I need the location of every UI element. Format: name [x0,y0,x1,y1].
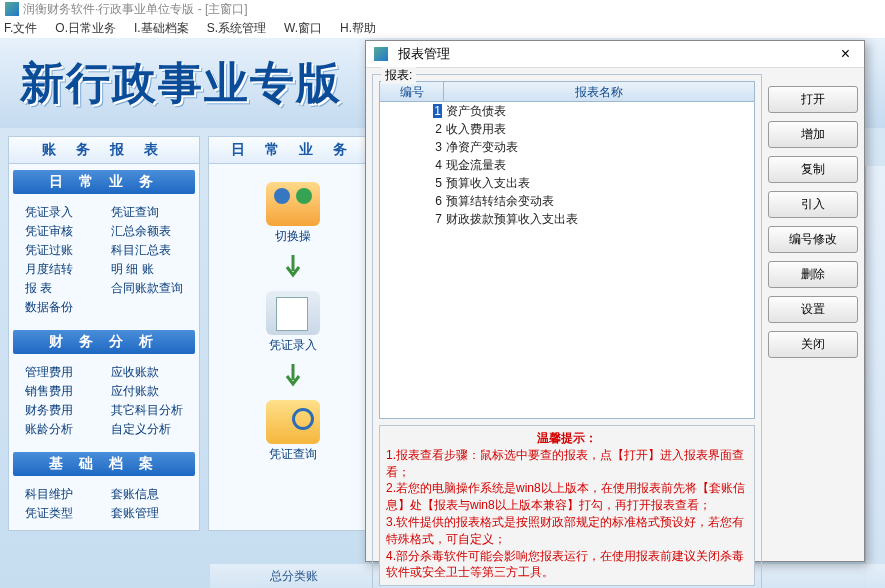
link-contract-query[interactable]: 合同账款查询 [111,280,189,297]
link-mgmt-fee[interactable]: 管理费用 [25,364,103,381]
link-empty1 [111,299,189,316]
users-icon [266,182,320,226]
menu-system[interactable]: S.系统管理 [207,20,266,36]
dialog-titlebar[interactable]: 报表管理 × [366,41,864,68]
cell-number: 7 [380,210,444,228]
dialog-title: 报表管理 [398,45,450,63]
cell-name: 收入费用表 [444,120,754,138]
menu-help[interactable]: H.帮助 [340,20,376,36]
col-name[interactable]: 报表名称 [444,82,754,101]
link-subject-summary[interactable]: 科目汇总表 [111,242,189,259]
section-header-base: 基 础 档 案 [13,452,195,476]
table-row[interactable]: 4现金流量表 [380,156,754,174]
renumber-button[interactable]: 编号修改 [768,226,858,253]
window-title: 润衡财务软件·行政事业单位专版 - [主窗口] [23,0,248,18]
link-detail-ledger[interactable]: 明 细 账 [111,261,189,278]
tips-line-4: 4.部分杀毒软件可能会影响您报表运行，在使用报表前建议关闭杀毒软件或安全卫士等第… [386,548,748,582]
links-base: 科目维护 套账信息 凭证类型 套账管理 [9,482,199,530]
banner-title: 新行政事业专版 [20,54,342,113]
link-month-close[interactable]: 月度结转 [25,261,103,278]
link-voucher-audit[interactable]: 凭证审核 [25,223,103,240]
link-backup[interactable]: 数据备份 [25,299,103,316]
links-finance: 管理费用 应收账款 销售费用 应付账款 财务费用 其它科目分析 账龄分析 自定义… [9,360,199,446]
settings-button[interactable]: 设置 [768,296,858,323]
op-voucher-query-label: 凭证查询 [269,446,317,463]
tips-line-2: 2.若您的电脑操作系统是win8以上版本，在使用报表前先将【套账信息】处【报表与… [386,480,748,514]
menu-base[interactable]: I.基础档案 [134,20,189,36]
link-fin-fee[interactable]: 财务费用 [25,402,103,419]
table-row[interactable]: 1资产负债表 [380,102,754,120]
cell-name: 资产负债表 [444,102,754,120]
faded-general-ledger[interactable]: 总分类账 [270,568,318,585]
link-custom[interactable]: 自定义分析 [111,421,189,438]
grid-header: 编号 报表名称 [380,82,754,102]
table-row[interactable]: 6预算结转结余变动表 [380,192,754,210]
close-icon[interactable]: × [835,45,856,63]
app-icon [5,2,19,16]
import-button[interactable]: 引入 [768,191,858,218]
right-sliver [865,166,885,588]
cell-name: 预算结转结余变动表 [444,192,754,210]
cell-name: 预算收入支出表 [444,174,754,192]
arrow-down-icon-1 [285,255,301,281]
section-header-daily: 日 常 业 务 [13,170,195,194]
link-payable[interactable]: 应付账款 [111,383,189,400]
report-manage-dialog: 报表管理 × 报表: 编号 报表名称 1资产负债表2收入费用表3净资产变动表4现… [365,40,865,562]
links-daily: 凭证录入 凭证查询 凭证审核 汇总余额表 凭证过账 科目汇总表 月度结转 明 细… [9,200,199,324]
center-title: 日 常 业 务 [209,137,377,164]
sidebar: 账 务 报 表 日 常 业 务 凭证录入 凭证查询 凭证审核 汇总余额表 凭证过… [8,136,200,531]
window-titlebar: 润衡财务软件·行政事业单位专版 - [主窗口] [0,0,885,18]
link-voucher-post[interactable]: 凭证过账 [25,242,103,259]
op-voucher-entry[interactable]: 凭证录入 [266,291,320,354]
menu-file[interactable]: F.文件 [4,20,37,36]
link-aging[interactable]: 账龄分析 [25,421,103,438]
link-voucher-entry[interactable]: 凭证录入 [25,204,103,221]
link-summary-balance[interactable]: 汇总余额表 [111,223,189,240]
op-switch-user-label: 切换操 [275,228,311,245]
cell-number: 6 [380,192,444,210]
delete-button[interactable]: 删除 [768,261,858,288]
document-icon [266,291,320,335]
col-number[interactable]: 编号 [380,82,444,101]
cell-number: 4 [380,156,444,174]
tips-title: 温馨提示： [386,430,748,447]
dialog-buttons: 打开 增加 复制 引入 编号修改 删除 设置 关闭 [768,74,858,588]
cell-name: 现金流量表 [444,156,754,174]
table-row[interactable]: 3净资产变动表 [380,138,754,156]
menu-window[interactable]: W.窗口 [284,20,322,36]
report-fieldset: 报表: 编号 报表名称 1资产负债表2收入费用表3净资产变动表4现金流量表5预算… [372,74,762,588]
cell-number: 5 [380,174,444,192]
center-panel: 日 常 业 务 切换操 凭证录入 凭证查询 [208,136,378,531]
link-account-info[interactable]: 套账信息 [111,486,189,503]
link-receivable[interactable]: 应收账款 [111,364,189,381]
grid-rows: 1资产负债表2收入费用表3净资产变动表4现金流量表5预算收入支出表6预算结转结余… [380,102,754,418]
table-row[interactable]: 5预算收入支出表 [380,174,754,192]
tips-line-1: 1.报表查看步骤：鼠标选中要查的报表，点【打开】进入报表界面查看； [386,447,748,481]
link-account-mgmt[interactable]: 套账管理 [111,505,189,522]
add-button[interactable]: 增加 [768,121,858,148]
tips-line-3: 3.软件提供的报表格式是按照财政部规定的标准格式预设好，若您有特殊格式，可自定义… [386,514,748,548]
close-button[interactable]: 关闭 [768,331,858,358]
copy-button[interactable]: 复制 [768,156,858,183]
report-grid[interactable]: 编号 报表名称 1资产负债表2收入费用表3净资产变动表4现金流量表5预算收入支出… [379,81,755,419]
link-other-subj[interactable]: 其它科目分析 [111,402,189,419]
link-sales-fee[interactable]: 销售费用 [25,383,103,400]
dialog-icon [374,47,388,61]
folder-search-icon [266,400,320,444]
link-voucher-query[interactable]: 凭证查询 [111,204,189,221]
op-switch-user[interactable]: 切换操 [266,182,320,245]
table-row[interactable]: 2收入费用表 [380,120,754,138]
tips-box: 温馨提示： 1.报表查看步骤：鼠标选中要查的报表，点【打开】进入报表界面查看； … [379,425,755,586]
table-row[interactable]: 7财政拨款预算收入支出表 [380,210,754,228]
cell-number: 2 [380,120,444,138]
op-voucher-query[interactable]: 凭证查询 [266,400,320,463]
open-button[interactable]: 打开 [768,86,858,113]
link-report[interactable]: 报 表 [25,280,103,297]
cell-number: 3 [380,138,444,156]
link-subject-maint[interactable]: 科目维护 [25,486,103,503]
menubar: F.文件 O.日常业务 I.基础档案 S.系统管理 W.窗口 H.帮助 [0,18,885,38]
op-voucher-entry-label: 凭证录入 [269,337,317,354]
cell-number: 1 [380,102,444,120]
menu-daily[interactable]: O.日常业务 [55,20,116,36]
link-voucher-type[interactable]: 凭证类型 [25,505,103,522]
